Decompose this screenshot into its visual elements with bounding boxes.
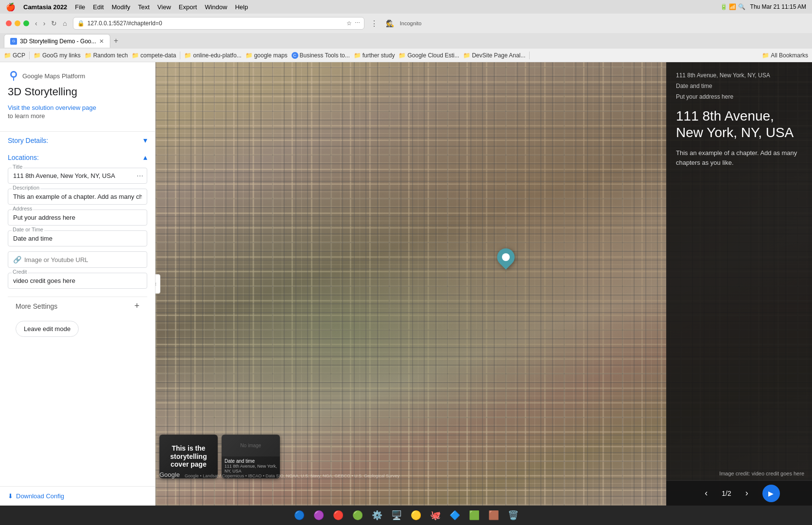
map-pin-inner <box>502 253 510 261</box>
menu-export[interactable]: Export <box>179 3 197 11</box>
dock-github[interactable]: 🐙 <box>428 508 443 523</box>
locations-label: Locations: <box>8 154 39 161</box>
folder-icon: 📁 <box>34 52 41 59</box>
sidebar-footer[interactable]: ⬇ Download Config <box>0 486 155 506</box>
bookmark-random-tech[interactable]: 📁 Random tech <box>85 52 128 59</box>
reload-button[interactable]: ↻ <box>49 18 59 28</box>
home-button[interactable]: ⌂ <box>61 18 69 28</box>
thumb-cover-text: This is the storytelling cover page <box>163 444 214 469</box>
locations-collapse-icon[interactable]: ▴ <box>143 153 147 162</box>
menubar: 🍎 Camtasia 2022 File Edit Modify Text Vi… <box>0 0 812 14</box>
bookmark-compete-data[interactable]: 📁 compete-data <box>132 52 176 59</box>
clock: Thu Mar 21 11:15 AM <box>750 3 806 10</box>
menubar-left: 🍎 Camtasia 2022 File Edit Modify Text Vi… <box>6 2 248 12</box>
dock-messages[interactable]: 🟢 <box>350 508 365 523</box>
menu-modify[interactable]: Modify <box>112 3 130 11</box>
browser-chrome: ‹ › ↻ ⌂ 🔒 127.0.0.1:5527/#chapterId=0 ☆ … <box>0 14 812 62</box>
bookmark-goog-links[interactable]: 📁 GooG my links <box>34 52 81 59</box>
bookmark-gcloud[interactable]: 📁 Google Cloud Esti... <box>398 52 459 59</box>
minimize-button[interactable] <box>15 20 20 26</box>
divider <box>529 52 530 59</box>
dock-vscode[interactable]: 🔷 <box>447 508 463 523</box>
story-details-toggle-icon[interactable]: ▾ <box>143 136 147 145</box>
thumb-title: 111 8th Avenue, New York, NY, USA <box>225 464 277 473</box>
dock-terminal[interactable]: 🖥️ <box>389 508 404 523</box>
add-icon[interactable]: + <box>134 301 139 311</box>
menubar-right: 🔋 📶 🔍 Thu Mar 21 11:15 AM <box>720 3 806 10</box>
menu-text[interactable]: Text <box>138 3 150 11</box>
menu-view[interactable]: View <box>157 3 171 11</box>
sidebar-collapse-button[interactable]: ‹ <box>155 274 160 294</box>
dock-finder[interactable]: 🔵 <box>292 508 307 523</box>
solution-link[interactable]: Visit the solution overview page <box>8 104 147 111</box>
folder-icon: 📁 <box>85 52 92 59</box>
bookmark-gcp[interactable]: 📁 GCP <box>4 52 25 59</box>
description-field: Description <box>8 189 147 205</box>
thumb-date: Date and time <box>225 458 277 464</box>
folder-icon: 📁 <box>4 52 11 59</box>
address-bar-icons: ☆ ⋯ <box>346 20 360 27</box>
back-button[interactable]: ‹ <box>33 18 39 28</box>
dock-item-9[interactable]: 🟩 <box>466 508 482 523</box>
credit-input[interactable] <box>8 273 147 289</box>
forward-button[interactable]: › <box>41 18 48 28</box>
bookmark-google-maps[interactable]: 📁 google maps <box>245 52 288 59</box>
download-config-label: Download Config <box>16 492 64 500</box>
menu-file[interactable]: File <box>75 3 85 11</box>
dock-launchpad[interactable]: 🟣 <box>311 508 327 523</box>
url-input[interactable] <box>24 256 142 263</box>
play-button[interactable]: ▶ <box>762 485 780 502</box>
close-button[interactable] <box>6 20 12 26</box>
url-text: 127.0.0.1:5527/#chapterId=0 <box>87 20 162 27</box>
date-time-input[interactable] <box>8 230 147 246</box>
svg-point-1 <box>12 72 16 76</box>
story-details-section[interactable]: Story Details: ▾ <box>0 131 155 149</box>
address-bar[interactable]: 🔒 127.0.0.1:5527/#chapterId=0 ☆ ⋯ <box>73 17 364 30</box>
dock-trash[interactable]: 🗑️ <box>505 508 521 523</box>
address-input[interactable] <box>8 210 147 226</box>
menu-help[interactable]: Help <box>235 3 248 11</box>
extensions-icon[interactable]: ⋯ <box>355 20 360 27</box>
panel-title: 111 8th Avenue, New York, NY, USA <box>676 108 802 140</box>
menu-edit[interactable]: Edit <box>93 3 104 11</box>
active-tab[interactable]: G 3D Storytelling Demo - Goo... ✕ <box>4 34 110 48</box>
thumbnails-bar: This is the storytelling cover page No i… <box>155 427 666 480</box>
thumbnail-map[interactable]: No image Date and time 111 8th Avenue, N… <box>222 435 280 478</box>
leave-edit-button[interactable]: Leave edit mode <box>16 321 79 337</box>
bookmark-online-edu[interactable]: 📁 online-edu-platfo... <box>184 52 241 59</box>
more-options-icon[interactable]: ⋯ <box>137 172 143 180</box>
more-options-button[interactable]: ⋮ <box>368 18 380 29</box>
dock-notes[interactable]: 🟡 <box>408 508 424 523</box>
more-settings-section[interactable]: More Settings + <box>8 297 147 315</box>
new-tab-button[interactable]: + <box>110 35 122 47</box>
apple-menu[interactable]: 🍎 <box>6 2 16 12</box>
gmp-logo: Google Maps Platform <box>8 70 147 82</box>
title-input[interactable] <box>8 168 147 184</box>
locations-section: Locations: ▴ Title ⋯ Description Address <box>0 149 155 436</box>
bookmark-all[interactable]: 📁 All Bookmarks <box>762 52 808 59</box>
bookmark-further-study[interactable]: 📁 further study <box>354 52 395 59</box>
bookmark-devsite[interactable]: 📁 DevSite Page Anal... <box>463 52 525 59</box>
gmp-logo-text: Google Maps Platform <box>22 72 85 80</box>
folder-icon: 📁 <box>132 52 139 59</box>
maximize-button[interactable] <box>23 20 29 26</box>
traffic-lights <box>6 20 29 26</box>
bookmark-business-tools[interactable]: C Business Tools to... <box>292 52 350 59</box>
date-time-field: Date or Time <box>8 230 147 246</box>
tab-favicon: G <box>10 38 17 45</box>
folder-icon: 📁 <box>184 52 191 59</box>
app-name[interactable]: Camtasia 2022 <box>23 3 67 11</box>
description-input[interactable] <box>8 189 147 205</box>
dock-item-10[interactable]: 🟫 <box>486 508 501 523</box>
dock-chrome[interactable]: 🔴 <box>330 508 346 523</box>
bookmark-label: All Bookmarks <box>771 52 808 59</box>
dock-settings[interactable]: ⚙️ <box>369 508 385 523</box>
next-chapter-button[interactable]: › <box>739 486 755 501</box>
incognito-icon: 🕵 <box>384 18 396 28</box>
thumb-no-image: No image <box>222 435 280 456</box>
bookmark-label: compete-data <box>140 52 176 59</box>
prev-chapter-button[interactable]: ‹ <box>698 486 714 501</box>
menu-window[interactable]: Window <box>205 3 227 11</box>
bookmark-star-icon[interactable]: ☆ <box>346 20 352 27</box>
tab-close-icon[interactable]: ✕ <box>99 38 104 45</box>
